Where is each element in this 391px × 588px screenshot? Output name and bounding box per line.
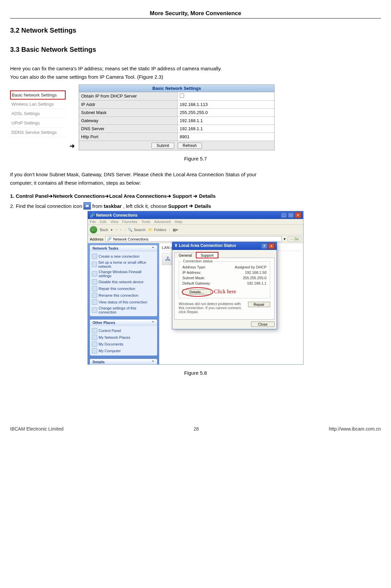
close-icon[interactable]: ×: [295, 212, 301, 218]
menu-item[interactable]: File: [90, 220, 96, 224]
task-item[interactable]: Change Windows Firewall settings: [92, 269, 155, 279]
task-item[interactable]: Change settings of this connection: [92, 305, 155, 315]
heading-3-2: 3.2 Network Settings: [10, 27, 381, 34]
settings-nav-item[interactable]: Basic Network Settings: [10, 90, 66, 100]
minimize-icon[interactable]: _: [281, 212, 287, 218]
bns-row-value: 192.168.1.1: [178, 124, 274, 133]
repair-button[interactable]: Repair: [248, 302, 270, 307]
footer-right: http://www.ibcam.com.cn: [329, 426, 381, 432]
settings-nav-item[interactable]: ADSL Settings: [10, 109, 66, 118]
menu-item[interactable]: Edit: [100, 220, 106, 224]
click-here-label: Click here: [214, 289, 236, 294]
status-row: Address Type:Assigned by DHCP: [182, 264, 266, 270]
back-icon[interactable]: ←: [90, 226, 97, 233]
menu-item[interactable]: Tools: [142, 220, 150, 224]
dialog-close-icon[interactable]: ×: [268, 243, 275, 249]
tab-support[interactable]: Support: [196, 252, 218, 258]
network-tasks-panel: Network Tasks⌃ Create a new connectionSe…: [90, 245, 157, 316]
page-header: More Security, More Convenience: [10, 10, 381, 19]
para2-line-1: If you don't know Subnet Mask, Gateway, …: [10, 171, 381, 178]
repair-note: Windows did not detect problems with thi…: [179, 302, 270, 314]
task-item[interactable]: Set up a home or small office network: [92, 260, 155, 269]
connection-status-fieldset: Connection status Address Type:Assigned …: [179, 261, 270, 298]
maximize-icon[interactable]: □: [288, 212, 294, 218]
other-place-item[interactable]: Control Panel: [92, 327, 155, 334]
address-field[interactable]: 🔗 Network Connections: [105, 236, 282, 242]
bns-row-value: 255.255.255.0: [178, 108, 274, 116]
page-footer: IBCAM Electronic Limited 28 http://www.i…: [10, 426, 381, 432]
para2-line-2: computer; it contains all these informat…: [10, 179, 381, 186]
menu-item[interactable]: Favorites: [122, 220, 137, 224]
bns-row-value: 192.168.1.113: [178, 100, 274, 108]
footer-left: IBCAM Electronic Limited: [10, 426, 64, 432]
highlight-oval: [182, 287, 213, 297]
task-item[interactable]: Disable this network device: [92, 279, 155, 285]
figure-5-7-caption: Figure 5.7: [10, 156, 381, 161]
menu-item[interactable]: View: [110, 220, 118, 224]
status-row: IP Address:192.168.1.50: [182, 270, 266, 275]
intro-line-1: Here you can fix the camera's IP address…: [10, 65, 381, 72]
bns-row-value: [178, 92, 274, 100]
footer-page: 28: [193, 426, 199, 432]
step-1: 1. Control Panel➔Network Connections➔Loc…: [10, 192, 381, 199]
settings-nav: Basic Network SettingsWireless Lan Setti…: [10, 90, 66, 137]
menu-item[interactable]: Advanced: [154, 220, 171, 224]
network-connections-window: 🔗 Network Connections _ □ × FileEditView…: [87, 211, 304, 365]
dhcp-checkbox[interactable]: [180, 94, 184, 98]
sidebar: Network Tasks⌃ Create a new connectionSe…: [88, 243, 159, 364]
task-item[interactable]: Create a new connection: [92, 253, 155, 260]
settings-nav-item[interactable]: UPnP Settings: [10, 118, 66, 128]
details-panel: Details⌃ Local Area Connection: [90, 359, 157, 364]
status-row: Default Gateway:192.168.1.1: [182, 281, 266, 286]
bns-row-label: Http Port: [79, 133, 178, 141]
basic-network-settings-panel: Basic Network Settings Obtain IP from DH…: [79, 84, 275, 150]
submit-button[interactable]: Submit: [151, 143, 174, 149]
figure-5-7: Basic Network SettingsWireless Lan Setti…: [10, 84, 381, 150]
figure-5-8-caption: Figure 5.8: [10, 370, 381, 376]
dialog-tabs: GeneralSupport: [172, 250, 277, 258]
arrow-icon: ➔: [70, 142, 75, 150]
other-place-item[interactable]: My Documents: [92, 341, 155, 347]
connection-status-dialog: ⬆ Local Area Connection Status ? × Gener…: [172, 242, 277, 329]
window-toolbar: ← Back▾ ⟳ ▾ | 🔍 Search 📁 Folders | ▦▾: [88, 225, 303, 235]
bns-row-label: Subnet Mask: [79, 108, 178, 116]
bns-row-label: IP Addr: [79, 100, 178, 108]
window-title-bar: 🔗 Network Connections _ □ ×: [88, 211, 303, 219]
task-item[interactable]: View status of this connection: [92, 299, 155, 305]
heading-3-3: 3.3 Basic Network Settings: [10, 46, 381, 53]
menu-item[interactable]: Help: [175, 220, 182, 224]
panel-title: Basic Network Settings: [79, 85, 274, 92]
bns-row-label: Obtain IP from DHCP Server: [79, 92, 178, 100]
go-button[interactable]: → Go: [288, 236, 301, 242]
task-item[interactable]: Repair this connection: [92, 285, 155, 292]
dialog-help-icon[interactable]: ?: [261, 243, 268, 249]
close-button[interactable]: Close: [251, 322, 275, 327]
settings-nav-item[interactable]: DDNS Service Settings: [10, 128, 66, 137]
settings-nav-item[interactable]: Wireless Lan Settings: [10, 100, 66, 109]
bns-row-label: Gateway: [79, 116, 178, 124]
step-2: 2. Find the local connection icon from t…: [10, 202, 381, 210]
tab-general[interactable]: General: [174, 252, 196, 258]
window-menu: FileEditViewFavoritesToolsAdvancedHelp: [88, 219, 303, 225]
bns-row-value: 192.168.1.1: [178, 116, 274, 124]
task-item[interactable]: Rename this connection: [92, 292, 155, 299]
other-place-item[interactable]: My Computer: [92, 347, 155, 354]
other-places-panel: Other Places⌃ Control PanelMy Network Pl…: [90, 320, 157, 356]
bns-row-label: DNS Server: [79, 124, 178, 133]
taskbar-connection-icon: [83, 202, 91, 210]
bns-row-value: 8901: [178, 133, 274, 141]
other-place-item[interactable]: My Network Places: [92, 334, 155, 341]
refresh-button[interactable]: Refresh: [178, 143, 202, 149]
intro-line-2: You can also do the same settings from I…: [10, 73, 381, 80]
status-row: Subnet Mask:255.255.255.0: [182, 275, 266, 281]
